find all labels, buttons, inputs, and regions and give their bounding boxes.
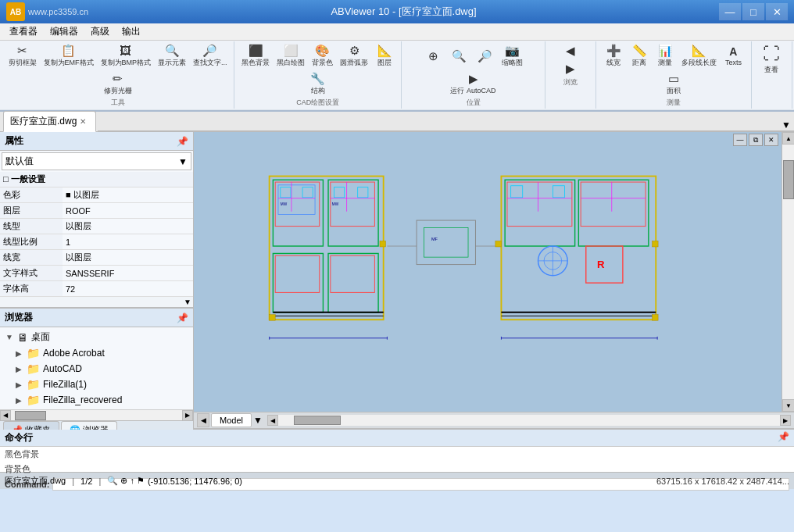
- vscroll-thumb[interactable]: [783, 160, 794, 199]
- toolbar-group-view: ⛶ 查看: [752, 41, 792, 109]
- prop-row-linetype: 线型 以图层: [0, 219, 193, 234]
- tab-dropdown-icon[interactable]: ▼: [781, 120, 791, 130]
- tree-item-0[interactable]: ▼ 🖥 桌面: [2, 329, 191, 345]
- drawing-container: — ⧉ ✕: [194, 132, 794, 429]
- find-text-button[interactable]: 🔎 查找文字...: [190, 42, 231, 70]
- zoom-in-button[interactable]: 🔍: [447, 48, 472, 65]
- dwin-minimize[interactable]: —: [733, 134, 747, 146]
- window-controls: — □ ✕: [719, 3, 788, 20]
- black-bg-button[interactable]: ⬛ 黑色背景: [238, 42, 273, 70]
- properties-pin[interactable]: 📌: [177, 136, 188, 147]
- distance-button[interactable]: 📏 距离: [627, 42, 652, 70]
- tree-expand-3[interactable]: ▶: [14, 380, 23, 389]
- file-tab-label-0: 医疗室立面.dwg: [10, 115, 77, 128]
- vscroll-up-btn[interactable]: ▲: [782, 132, 794, 145]
- polyline-length-button[interactable]: 📐 多段线长度: [678, 42, 720, 70]
- prev-page-button[interactable]: ◀: [558, 42, 583, 59]
- props-scroll-down[interactable]: ▼: [184, 298, 191, 306]
- copy-emf-button[interactable]: 📋 复制为EMF格式: [41, 42, 97, 70]
- run-autocad-button[interactable]: ▶ 运行 AutoCAD: [447, 70, 499, 98]
- next-page-button[interactable]: ▶: [558, 60, 583, 77]
- tree-expand-0[interactable]: ▼: [5, 333, 14, 341]
- texts-button[interactable]: A Texts: [721, 44, 746, 68]
- vscroll-down-btn[interactable]: ▼: [782, 399, 794, 412]
- tree-hscroll-right[interactable]: ▶: [182, 410, 193, 421]
- browser-pin[interactable]: 📌: [177, 312, 188, 323]
- maximize-button[interactable]: □: [742, 3, 764, 20]
- prop-row-ltscale: 线型比例 1: [0, 234, 193, 250]
- menu-viewer[interactable]: 查看器: [3, 23, 44, 40]
- props-section-header: □ 一般设置: [0, 172, 193, 187]
- menu-editor[interactable]: 编辑器: [44, 23, 84, 40]
- cut-frame-button[interactable]: ✂ 剪切框架: [5, 42, 40, 70]
- file-tab-close-0[interactable]: ✕: [80, 117, 86, 126]
- svg-text:R: R: [597, 259, 605, 270]
- app-logo: AB www.pc3359.cn: [6, 2, 88, 21]
- fullscreen-button[interactable]: ⛶ 查看: [752, 42, 791, 77]
- window-title: ABViewer 10 - [医疗室立面.dwg]: [88, 5, 719, 19]
- properties-header: 属性 📌: [0, 132, 193, 151]
- properties-dropdown[interactable]: 默认值 ▼: [2, 152, 191, 170]
- close-button[interactable]: ✕: [766, 3, 788, 20]
- command-header: 命令行 📌: [0, 430, 794, 447]
- dwin-restore[interactable]: ⧉: [749, 134, 763, 146]
- dropdown-arrow: ▼: [178, 156, 188, 167]
- hscroll-thumb[interactable]: [294, 416, 341, 425]
- tree-item-1[interactable]: ▶ 📁 Adobe Acrobat: [2, 345, 191, 361]
- file-tab-0[interactable]: 医疗室立面.dwg ✕: [3, 111, 96, 132]
- svg-rect-49: [653, 241, 659, 247]
- status-indicator: 🔍 ⊕ ↑ ⚑: [107, 476, 145, 486]
- drawing-hscrollbar[interactable]: ◀ ▶: [267, 415, 791, 426]
- tree-item-2[interactable]: ▶ 📁 AutoCAD: [2, 361, 191, 377]
- linewidth-button[interactable]: ➕ 线宽: [601, 42, 626, 70]
- browse-label: 浏览: [563, 77, 578, 87]
- status-coords: (-910.5136; 11476.96; 0): [148, 477, 242, 486]
- tree-item-3[interactable]: ▶ 📁 FileZilla(1): [2, 377, 191, 392]
- layer-button[interactable]: 📐 图层: [372, 42, 397, 70]
- smooth-arc-button[interactable]: ⚙ 圆滑弧形: [337, 42, 371, 70]
- dwin-close[interactable]: ✕: [764, 134, 778, 146]
- command-pin[interactable]: 📌: [778, 431, 789, 445]
- tree-hscroll-thumb[interactable]: [15, 411, 46, 420]
- properties-table: □ 一般设置 色彩 ■ 以图层 图层 ROOF 线型 以图层: [0, 172, 193, 297]
- tree-icon-1: 📁: [27, 347, 40, 359]
- show-elements-button[interactable]: 🔍 显示元素: [155, 42, 189, 70]
- model-tab-model[interactable]: Model: [211, 413, 252, 427]
- menu-output[interactable]: 输出: [116, 23, 147, 40]
- zoom-out-button[interactable]: 🔎: [473, 48, 498, 65]
- minimize-button[interactable]: —: [719, 3, 741, 20]
- model-tab-dropdown[interactable]: ▼: [253, 415, 263, 426]
- trim-raster-button[interactable]: ✏ 修剪光栅: [101, 70, 135, 98]
- hscroll-right-btn[interactable]: ▶: [780, 415, 791, 426]
- tree-icon-3: 📁: [27, 378, 40, 391]
- hscroll-left-btn[interactable]: ◀: [267, 415, 278, 426]
- tree-hscrollbar[interactable]: ◀ ▶: [0, 409, 193, 420]
- zoom-extend-button[interactable]: ⊕: [421, 48, 446, 65]
- menu-bar: 查看器 编辑器 高级 输出: [0, 23, 794, 41]
- area-button[interactable]: ▭ 面积: [661, 70, 686, 98]
- measure-button[interactable]: 📊 测量: [653, 42, 678, 70]
- bg-color-button[interactable]: 🎨 背景色: [309, 42, 336, 70]
- toolbar-group-measure: ➕ 线宽 📏 距离 📊 测量 📐 多段线长度 A Texts: [596, 41, 751, 109]
- svg-text:MW: MW: [281, 202, 288, 206]
- bw-drawing-button[interactable]: ⬜ 黑白绘图: [274, 42, 308, 70]
- toolbar: ✂ 剪切框架 📋 复制为EMF格式 🖼 复制为BMP格式 🔍 显示元素 🔎: [0, 41, 794, 112]
- drawing-vscrollbar[interactable]: ▲ ▼: [781, 132, 794, 412]
- drawing-area[interactable]: — ⧉ ✕: [194, 132, 794, 412]
- menu-advanced[interactable]: 高级: [84, 23, 116, 40]
- model-tabs: ◀ Model ▼ ◀ ▶: [194, 412, 794, 429]
- tree-item-4[interactable]: ▶ 📁 FileZilla_recovered: [2, 392, 191, 408]
- command-area: 命令行 📌 黑色背景 背景色 Command:: [0, 429, 794, 472]
- tree-icon-4: 📁: [27, 394, 40, 406]
- tree-hscroll-left[interactable]: ◀: [0, 410, 11, 421]
- position-label: 位置: [467, 98, 481, 108]
- model-tab-left[interactable]: ◀: [197, 413, 209, 427]
- structure-button[interactable]: 🔧 结构: [306, 70, 331, 98]
- status-sep1: |: [72, 477, 74, 486]
- browser-header: 浏览器 📌: [0, 309, 193, 327]
- tree-expand-4[interactable]: ▶: [14, 396, 23, 405]
- copy-bmp-button[interactable]: 🖼 复制为BMP格式: [98, 42, 155, 70]
- tree-expand-1[interactable]: ▶: [14, 349, 23, 358]
- tree-expand-2[interactable]: ▶: [14, 365, 23, 373]
- thumbnail-button[interactable]: 📷 缩略图: [499, 42, 526, 70]
